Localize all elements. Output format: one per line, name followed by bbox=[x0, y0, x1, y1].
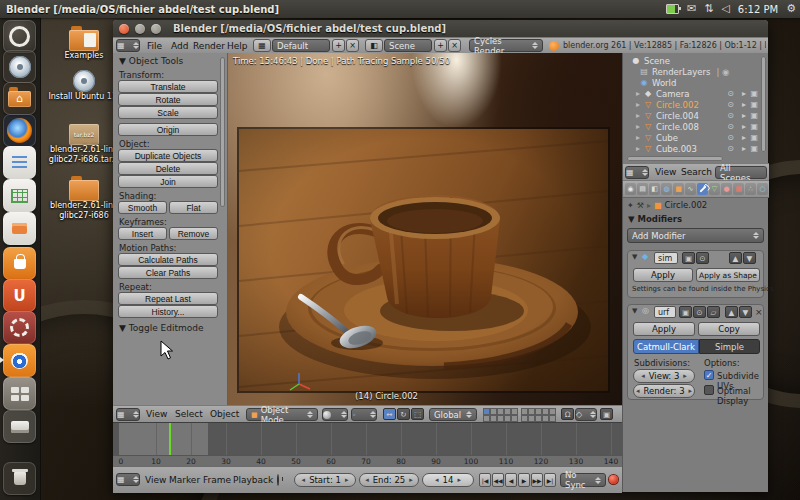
outliner-row-circle002[interactable]: ▸ ▽ Circle.002 ⊙ ▸ ▣ bbox=[623, 99, 768, 110]
menu-view[interactable]: View bbox=[145, 472, 166, 488]
increment-icon[interactable]: ▸ bbox=[689, 387, 693, 395]
expander-icon[interactable]: ▸ bbox=[633, 89, 643, 98]
translate-button[interactable]: Translate bbox=[118, 80, 218, 93]
network-icon[interactable]: ⇅ bbox=[704, 0, 713, 18]
tab-render[interactable]: ◉ bbox=[625, 183, 636, 195]
manipulator-translate-toggle[interactable]: ↔ bbox=[383, 408, 396, 420]
editmode-visibility-toggle[interactable]: ▱ bbox=[707, 306, 720, 318]
join-button[interactable]: Join bbox=[118, 175, 218, 188]
tab-material[interactable]: ● bbox=[721, 183, 732, 195]
add-modifier-select[interactable]: Add Modifier bbox=[627, 228, 764, 243]
snap-element-select[interactable]: ◇ bbox=[575, 408, 597, 421]
sync-select[interactable]: No Sync bbox=[560, 473, 606, 487]
tab-object[interactable]: ■ bbox=[673, 183, 684, 195]
launcher-item-device[interactable] bbox=[3, 410, 36, 443]
desktop-icon-install-ubuntu[interactable]: Install Ubuntu 11. bbox=[48, 70, 120, 102]
outliner-row-circle004[interactable]: ▸ ▽ Circle.004 ⊙ ▸ ▣ bbox=[623, 110, 768, 121]
time-display-icon[interactable] bbox=[277, 474, 279, 486]
move-down-button[interactable]: ▼ bbox=[739, 306, 752, 318]
mail-icon[interactable]: ✉ bbox=[687, 0, 696, 18]
selectability-toggle-icon[interactable]: ▸ bbox=[742, 88, 746, 99]
renderability-toggle-icon[interactable]: ▣ bbox=[750, 132, 758, 143]
end-frame-field[interactable]: ◂ End: 25 ▸ bbox=[359, 473, 419, 487]
rotate-button[interactable]: Rotate bbox=[118, 93, 218, 106]
render-visibility-toggle[interactable]: ▣ bbox=[682, 252, 695, 264]
tab-scene[interactable]: ◧ bbox=[649, 183, 660, 195]
move-up-button[interactable]: ▲ bbox=[729, 252, 742, 264]
render-subdivisions-stepper[interactable]: ◂ Render: 3 ▸ bbox=[633, 384, 695, 398]
timeline-track[interactable] bbox=[113, 422, 622, 456]
launcher-item-system-settings[interactable] bbox=[3, 311, 36, 344]
start-frame-field[interactable]: ◂ Start: 1 ▸ bbox=[294, 473, 356, 487]
scene-icon-button[interactable]: ◧ bbox=[365, 39, 383, 52]
scale-button[interactable]: Scale bbox=[118, 106, 218, 119]
render-visibility-toggle[interactable]: ▣ bbox=[679, 306, 692, 318]
minimize-button[interactable] bbox=[135, 24, 145, 34]
renderability-toggle-icon[interactable]: ▣ bbox=[750, 88, 758, 99]
copy-button[interactable]: Copy bbox=[698, 322, 760, 336]
launcher-item-install-release[interactable] bbox=[3, 50, 36, 83]
tab-constraints[interactable]: ∿ bbox=[685, 183, 696, 195]
repeat-last-button[interactable]: Repeat Last bbox=[118, 292, 218, 305]
jump-to-start-button[interactable]: |◀ bbox=[479, 473, 491, 487]
screen-layout-icon-button[interactable]: ▦ bbox=[253, 39, 271, 52]
delete-layout-button[interactable]: × bbox=[346, 39, 359, 52]
panel-header-object-tools[interactable]: ▼ Object Tools bbox=[119, 56, 183, 66]
decrement-icon[interactable]: ◂ bbox=[365, 476, 369, 484]
launcher-item-trash[interactable] bbox=[3, 462, 36, 495]
menu-playback[interactable]: Playback bbox=[233, 472, 273, 488]
window-titlebar[interactable]: Blender [/media/OS/fichier abdel/test cu… bbox=[113, 20, 768, 37]
tab-render-layers[interactable]: ▤ bbox=[637, 183, 648, 195]
outliner-row-circle008[interactable]: ▸ ▽ Circle.008 ⊙ ▸ ▣ bbox=[623, 121, 768, 132]
expander-icon[interactable]: ▸ bbox=[633, 111, 643, 120]
editor-type-button[interactable]: ▦ bbox=[116, 408, 140, 421]
visibility-toggle-icon[interactable]: ⊙ bbox=[727, 143, 734, 154]
move-up-button[interactable]: ▲ bbox=[725, 306, 738, 318]
menu-object[interactable]: Object bbox=[210, 406, 239, 422]
menu-file[interactable]: File bbox=[147, 38, 162, 54]
duplicate-objects-button[interactable]: Duplicate Objects bbox=[118, 149, 218, 162]
outliner-row-cube003[interactable]: ▸ ▽ Cube.003 ⊙ ▸ ▣ bbox=[623, 143, 768, 154]
battery-icon[interactable] bbox=[666, 4, 679, 14]
layers-grid-1[interactable] bbox=[483, 408, 518, 422]
add-scene-button[interactable]: + bbox=[434, 39, 447, 52]
selectability-toggle-icon[interactable]: ▸ bbox=[742, 143, 746, 154]
calculate-paths-button[interactable]: Calculate Paths bbox=[118, 253, 218, 266]
increment-icon[interactable]: ▸ bbox=[409, 476, 413, 484]
outliner-row-world[interactable]: ◉ World bbox=[623, 77, 768, 88]
launcher-item-libreoffice-writer[interactable] bbox=[3, 146, 36, 179]
outliner-scrollbar[interactable] bbox=[761, 56, 766, 152]
record-button[interactable] bbox=[609, 475, 618, 484]
decrement-icon[interactable]: ◂ bbox=[435, 476, 439, 484]
desktop-icon-blender-archive[interactable]: tar.bz2 blender-2.61-linu glibc27-i686.t… bbox=[48, 124, 120, 165]
tab-object-data[interactable]: ▽ bbox=[709, 183, 720, 195]
origin-button[interactable]: Origin bbox=[118, 123, 218, 136]
collapse-icon[interactable]: ▼ bbox=[632, 307, 637, 315]
manipulator-scale-toggle[interactable]: ⬚ bbox=[411, 408, 424, 420]
increment-icon[interactable]: ▸ bbox=[457, 476, 461, 484]
scene-select[interactable]: Scene bbox=[384, 39, 432, 52]
viewport-visibility-toggle[interactable]: ⊙ bbox=[696, 252, 709, 264]
play-button[interactable]: ▶ bbox=[518, 473, 530, 487]
dash-home-button[interactable] bbox=[3, 20, 36, 53]
expander-icon[interactable]: ▸ bbox=[633, 144, 643, 153]
clock[interactable]: 6:12 PM bbox=[738, 4, 778, 15]
snap-magnet-toggle[interactable]: Ω bbox=[561, 408, 574, 420]
render-engine-select[interactable]: Cycles Render bbox=[469, 39, 543, 52]
modifier-name-field[interactable]: urf bbox=[654, 306, 676, 318]
visibility-toggle-icon[interactable]: ⊙ bbox=[727, 99, 734, 110]
current-frame-field[interactable]: ◂ 14 ▸ bbox=[422, 473, 474, 487]
delete-modifier-button[interactable]: × bbox=[755, 307, 763, 317]
clear-paths-button[interactable]: Clear Paths bbox=[118, 266, 218, 279]
launcher-item-workspace-switcher[interactable] bbox=[3, 377, 36, 410]
menu-view[interactable]: View bbox=[655, 164, 676, 180]
selectability-toggle-icon[interactable]: ▸ bbox=[742, 99, 746, 110]
outliner-row-cube[interactable]: ▸ ▽ Cube ⊙ ▸ ▣ bbox=[623, 132, 768, 143]
renderability-toggle-icon[interactable]: ▣ bbox=[750, 143, 758, 154]
collapse-icon[interactable]: ▼ bbox=[632, 253, 637, 261]
tab-modifiers[interactable] bbox=[697, 183, 708, 195]
selectability-toggle-icon[interactable]: ▸ bbox=[742, 110, 746, 121]
viewport-visibility-toggle[interactable]: ⊙ bbox=[693, 306, 706, 318]
delete-button[interactable]: Delete bbox=[118, 162, 218, 175]
outliner-row-scene[interactable]: ● Scene bbox=[623, 55, 768, 66]
